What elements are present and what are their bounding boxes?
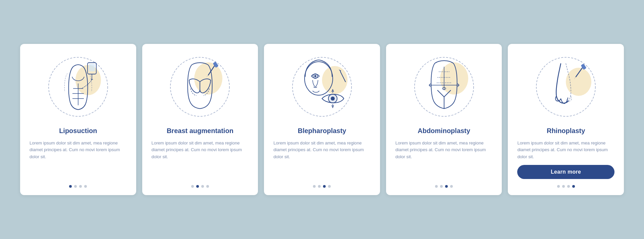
svg-point-14: [322, 66, 347, 94]
liposuction-body: Lorem ipsum dolor sit dim amet, mea regi…: [30, 140, 127, 179]
dot-1: [313, 185, 316, 188]
dot-1: [435, 185, 438, 188]
liposuction-illustration: [45, 53, 112, 120]
card-rhinoplasty: Rhinoplasty Lorem ipsum dolor sit dim am…: [508, 44, 624, 195]
learn-more-button[interactable]: Learn more: [517, 165, 614, 179]
dot-1: [69, 185, 72, 188]
dot-3: [445, 185, 448, 188]
svg-point-0: [75, 65, 101, 95]
abdominoplasty-illustration: [411, 53, 478, 120]
card-breast-augmentation: Breast augmentation Lorem ipsum dolor si…: [142, 44, 258, 195]
dot-2: [318, 185, 321, 188]
card-liposuction: Liposuction Lorem ipsum dolor sit dim am…: [20, 44, 136, 195]
dot-3: [79, 185, 82, 188]
abdominoplasty-title: Abdominoplasty: [418, 126, 470, 135]
svg-point-22: [331, 97, 335, 101]
dot-4: [84, 185, 87, 188]
breast-augmentation-illustration: [166, 53, 233, 120]
cards-container: Liposuction Lorem ipsum dolor sit dim am…: [20, 44, 624, 195]
liposuction-dots: [69, 185, 87, 188]
rhinoplasty-illustration: [532, 53, 599, 120]
blepharoplasty-illustration: [288, 53, 356, 120]
blepharoplasty-title: Blepharoplasty: [298, 126, 346, 135]
rhinoplasty-title: Rhinoplasty: [547, 126, 585, 135]
svg-point-10: [194, 62, 222, 95]
abdominoplasty-body: Lorem ipsum dolor sit dim amet, mea regi…: [395, 140, 493, 179]
breast-augmentation-title: Breast augmentation: [167, 126, 233, 135]
breast-augmentation-body: Lorem ipsum dolor sit dim amet, mea regi…: [152, 140, 249, 179]
dot-1: [191, 185, 194, 188]
dot-3: [323, 185, 326, 188]
liposuction-title: Liposuction: [59, 126, 97, 135]
rhinoplasty-dots: [557, 185, 575, 188]
dot-4: [328, 185, 331, 188]
dot-2: [74, 185, 77, 188]
dot-4: [572, 185, 575, 188]
abdominoplasty-dots: [435, 185, 453, 188]
svg-point-19: [314, 75, 316, 77]
dot-2: [440, 185, 443, 188]
blepharoplasty-body: Lorem ipsum dolor sit dim amet, mea regi…: [273, 140, 371, 179]
dot-3: [567, 185, 570, 188]
card-blepharoplasty: Blepharoplasty Lorem ipsum dolor sit dim…: [264, 44, 380, 195]
svg-point-39: [566, 68, 591, 96]
dot-1: [557, 185, 560, 188]
dot-3: [201, 185, 204, 188]
dot-4: [450, 185, 453, 188]
card-abdominoplasty: Abdominoplasty Lorem ipsum dolor sit dim…: [386, 44, 502, 195]
blepharoplasty-dots: [313, 185, 331, 188]
dot-2: [196, 185, 199, 188]
rhinoplasty-body: Lorem ipsum dolor sit dim amet, mea regi…: [517, 140, 614, 160]
svg-rect-7: [89, 64, 95, 71]
dot-4: [206, 185, 209, 188]
breast-augmentation-dots: [191, 185, 209, 188]
dot-2: [562, 185, 565, 188]
